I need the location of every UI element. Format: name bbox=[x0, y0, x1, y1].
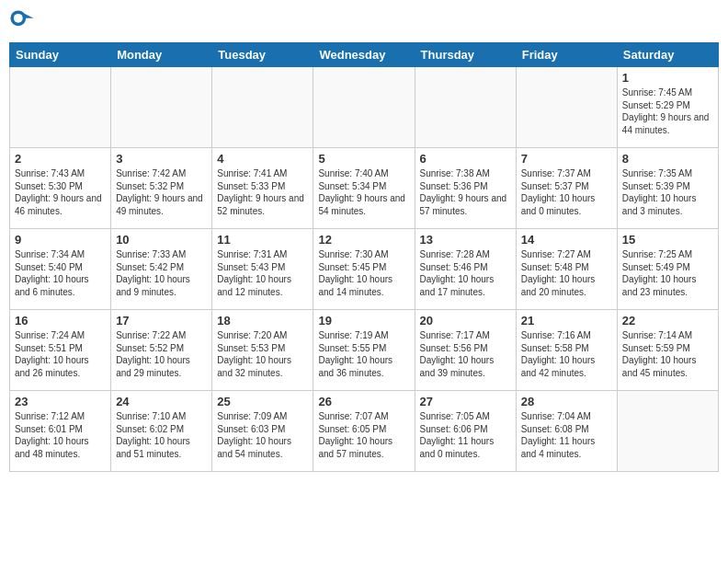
day-number: 14 bbox=[521, 233, 612, 247]
day-info: Sunrise: 7:12 AM Sunset: 6:01 PM Dayligh… bbox=[15, 410, 106, 460]
day-number: 22 bbox=[622, 314, 713, 327]
calendar-week-row: 23Sunrise: 7:12 AM Sunset: 6:01 PM Dayli… bbox=[10, 391, 719, 472]
day-info: Sunrise: 7:35 AM Sunset: 5:39 PM Dayligh… bbox=[622, 167, 713, 217]
day-info: Sunrise: 7:09 AM Sunset: 6:03 PM Dayligh… bbox=[217, 410, 308, 460]
day-number: 21 bbox=[521, 314, 612, 327]
day-number: 28 bbox=[521, 395, 612, 408]
calendar-header-row: SundayMondayTuesdayWednesdayThursdayFrid… bbox=[10, 43, 719, 67]
day-number: 9 bbox=[15, 233, 106, 247]
calendar-cell: 16Sunrise: 7:24 AM Sunset: 5:51 PM Dayli… bbox=[10, 310, 111, 391]
day-info: Sunrise: 7:10 AM Sunset: 6:02 PM Dayligh… bbox=[116, 410, 207, 460]
day-number: 1 bbox=[622, 71, 713, 85]
day-number: 25 bbox=[217, 395, 308, 408]
calendar-week-row: 2Sunrise: 7:43 AM Sunset: 5:30 PM Daylig… bbox=[10, 148, 719, 229]
calendar-cell: 14Sunrise: 7:27 AM Sunset: 5:48 PM Dayli… bbox=[516, 229, 617, 310]
header bbox=[9, 9, 719, 35]
calendar-cell: 3Sunrise: 7:42 AM Sunset: 5:32 PM Daylig… bbox=[111, 148, 212, 229]
weekday-header-tuesday: Tuesday bbox=[212, 43, 313, 67]
calendar-week-row: 16Sunrise: 7:24 AM Sunset: 5:51 PM Dayli… bbox=[10, 310, 719, 391]
calendar-cell: 10Sunrise: 7:33 AM Sunset: 5:42 PM Dayli… bbox=[111, 229, 212, 310]
day-number: 17 bbox=[116, 314, 207, 327]
day-number: 27 bbox=[420, 395, 511, 408]
calendar-cell: 13Sunrise: 7:28 AM Sunset: 5:46 PM Dayli… bbox=[415, 229, 516, 310]
day-info: Sunrise: 7:28 AM Sunset: 5:46 PM Dayligh… bbox=[420, 248, 511, 298]
calendar-cell bbox=[617, 391, 718, 472]
day-number: 10 bbox=[116, 233, 207, 247]
calendar-cell: 2Sunrise: 7:43 AM Sunset: 5:30 PM Daylig… bbox=[10, 148, 111, 229]
day-info: Sunrise: 7:20 AM Sunset: 5:53 PM Dayligh… bbox=[217, 329, 308, 379]
calendar-cell bbox=[111, 67, 212, 148]
calendar-cell: 7Sunrise: 7:37 AM Sunset: 5:37 PM Daylig… bbox=[516, 148, 617, 229]
logo bbox=[9, 9, 37, 35]
page: SundayMondayTuesdayWednesdayThursdayFrid… bbox=[0, 0, 728, 563]
calendar-cell bbox=[313, 67, 415, 148]
day-info: Sunrise: 7:27 AM Sunset: 5:48 PM Dayligh… bbox=[521, 248, 612, 298]
calendar-cell: 20Sunrise: 7:17 AM Sunset: 5:56 PM Dayli… bbox=[415, 310, 516, 391]
day-number: 6 bbox=[420, 152, 511, 166]
day-number: 16 bbox=[15, 314, 106, 327]
calendar-cell: 4Sunrise: 7:41 AM Sunset: 5:33 PM Daylig… bbox=[212, 148, 313, 229]
calendar-cell: 12Sunrise: 7:30 AM Sunset: 5:45 PM Dayli… bbox=[313, 229, 415, 310]
day-info: Sunrise: 7:25 AM Sunset: 5:49 PM Dayligh… bbox=[622, 248, 713, 298]
day-info: Sunrise: 7:40 AM Sunset: 5:34 PM Dayligh… bbox=[318, 167, 409, 217]
day-number: 5 bbox=[318, 152, 409, 166]
day-info: Sunrise: 7:41 AM Sunset: 5:33 PM Dayligh… bbox=[217, 167, 308, 217]
day-info: Sunrise: 7:34 AM Sunset: 5:40 PM Dayligh… bbox=[15, 248, 106, 298]
day-number: 15 bbox=[622, 233, 713, 247]
day-number: 11 bbox=[217, 233, 308, 247]
calendar-cell: 8Sunrise: 7:35 AM Sunset: 5:39 PM Daylig… bbox=[617, 148, 718, 229]
day-info: Sunrise: 7:22 AM Sunset: 5:52 PM Dayligh… bbox=[116, 329, 207, 379]
day-number: 26 bbox=[318, 395, 409, 408]
day-number: 4 bbox=[217, 152, 308, 166]
day-info: Sunrise: 7:43 AM Sunset: 5:30 PM Dayligh… bbox=[15, 167, 106, 217]
calendar-cell: 23Sunrise: 7:12 AM Sunset: 6:01 PM Dayli… bbox=[10, 391, 111, 472]
day-info: Sunrise: 7:05 AM Sunset: 6:06 PM Dayligh… bbox=[420, 410, 511, 460]
day-number: 19 bbox=[318, 314, 409, 327]
svg-point-1 bbox=[14, 14, 23, 23]
calendar-cell: 11Sunrise: 7:31 AM Sunset: 5:43 PM Dayli… bbox=[212, 229, 313, 310]
day-number: 8 bbox=[622, 152, 713, 166]
day-info: Sunrise: 7:33 AM Sunset: 5:42 PM Dayligh… bbox=[116, 248, 207, 298]
calendar-cell: 28Sunrise: 7:04 AM Sunset: 6:08 PM Dayli… bbox=[516, 391, 617, 472]
day-number: 23 bbox=[15, 395, 106, 408]
day-info: Sunrise: 7:37 AM Sunset: 5:37 PM Dayligh… bbox=[521, 167, 612, 217]
svg-marker-2 bbox=[23, 13, 33, 18]
calendar-cell: 15Sunrise: 7:25 AM Sunset: 5:49 PM Dayli… bbox=[617, 229, 718, 310]
calendar-cell: 19Sunrise: 7:19 AM Sunset: 5:55 PM Dayli… bbox=[313, 310, 415, 391]
day-info: Sunrise: 7:31 AM Sunset: 5:43 PM Dayligh… bbox=[217, 248, 308, 298]
calendar-cell: 5Sunrise: 7:40 AM Sunset: 5:34 PM Daylig… bbox=[313, 148, 415, 229]
logo-icon bbox=[9, 9, 35, 35]
calendar-cell: 1Sunrise: 7:45 AM Sunset: 5:29 PM Daylig… bbox=[617, 67, 718, 148]
weekday-header-saturday: Saturday bbox=[617, 43, 718, 67]
day-info: Sunrise: 7:17 AM Sunset: 5:56 PM Dayligh… bbox=[420, 329, 511, 379]
calendar-week-row: 1Sunrise: 7:45 AM Sunset: 5:29 PM Daylig… bbox=[10, 67, 719, 148]
day-number: 20 bbox=[420, 314, 511, 327]
weekday-header-wednesday: Wednesday bbox=[313, 43, 415, 67]
calendar-cell bbox=[212, 67, 313, 148]
day-info: Sunrise: 7:24 AM Sunset: 5:51 PM Dayligh… bbox=[15, 329, 106, 379]
calendar-table: SundayMondayTuesdayWednesdayThursdayFrid… bbox=[9, 42, 719, 472]
calendar-cell: 21Sunrise: 7:16 AM Sunset: 5:58 PM Dayli… bbox=[516, 310, 617, 391]
day-info: Sunrise: 7:07 AM Sunset: 6:05 PM Dayligh… bbox=[318, 410, 409, 460]
day-number: 2 bbox=[15, 152, 106, 166]
day-info: Sunrise: 7:30 AM Sunset: 5:45 PM Dayligh… bbox=[318, 248, 409, 298]
calendar-cell: 25Sunrise: 7:09 AM Sunset: 6:03 PM Dayli… bbox=[212, 391, 313, 472]
day-number: 24 bbox=[116, 395, 207, 408]
calendar-cell: 26Sunrise: 7:07 AM Sunset: 6:05 PM Dayli… bbox=[313, 391, 415, 472]
day-number: 12 bbox=[318, 233, 409, 247]
weekday-header-friday: Friday bbox=[516, 43, 617, 67]
calendar-cell: 6Sunrise: 7:38 AM Sunset: 5:36 PM Daylig… bbox=[415, 148, 516, 229]
calendar-cell: 24Sunrise: 7:10 AM Sunset: 6:02 PM Dayli… bbox=[111, 391, 212, 472]
calendar-cell: 17Sunrise: 7:22 AM Sunset: 5:52 PM Dayli… bbox=[111, 310, 212, 391]
day-info: Sunrise: 7:38 AM Sunset: 5:36 PM Dayligh… bbox=[420, 167, 511, 217]
weekday-header-thursday: Thursday bbox=[415, 43, 516, 67]
calendar-cell bbox=[10, 67, 111, 148]
day-info: Sunrise: 7:04 AM Sunset: 6:08 PM Dayligh… bbox=[521, 410, 612, 460]
day-number: 13 bbox=[420, 233, 511, 247]
day-number: 7 bbox=[521, 152, 612, 166]
day-info: Sunrise: 7:19 AM Sunset: 5:55 PM Dayligh… bbox=[318, 329, 409, 379]
weekday-header-monday: Monday bbox=[111, 43, 212, 67]
day-info: Sunrise: 7:42 AM Sunset: 5:32 PM Dayligh… bbox=[116, 167, 207, 217]
day-info: Sunrise: 7:45 AM Sunset: 5:29 PM Dayligh… bbox=[622, 86, 713, 136]
calendar-cell: 9Sunrise: 7:34 AM Sunset: 5:40 PM Daylig… bbox=[10, 229, 111, 310]
